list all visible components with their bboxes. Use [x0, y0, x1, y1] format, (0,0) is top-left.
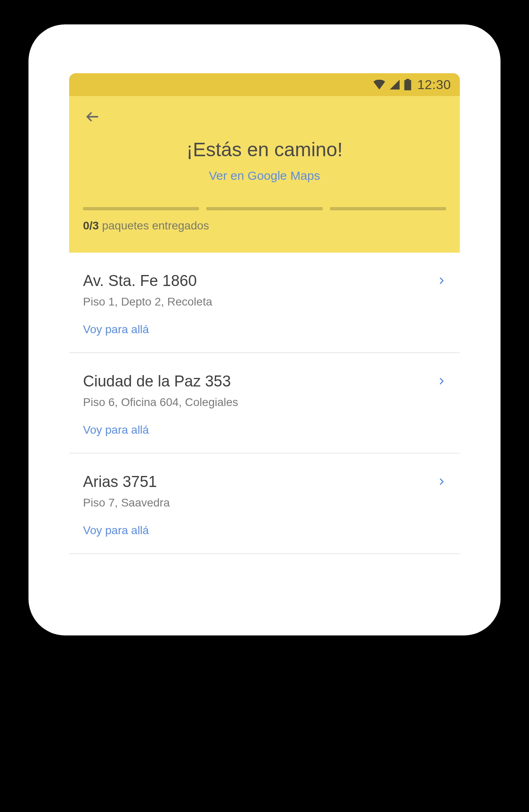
stop-address: Ciudad de la Paz 353 [83, 373, 446, 390]
progress-segment [83, 207, 199, 210]
chevron-right-icon [437, 276, 446, 287]
going-link[interactable]: Voy para allá [83, 423, 149, 437]
battery-icon [404, 79, 411, 90]
stop-detail: Piso 1, Depto 2, Recoleta [83, 295, 446, 308]
progress-segment [206, 207, 322, 210]
stop-item[interactable]: Av. Sta. Fe 1860 Piso 1, Depto 2, Recole… [69, 253, 460, 353]
delivered-counter: 0/3 paquetes entregados [83, 219, 446, 232]
wifi-icon [373, 80, 385, 89]
stop-item[interactable]: Arias 3751 Piso 7, Saavedra Voy para all… [69, 454, 460, 554]
delivered-label: paquetes entregados [102, 219, 209, 232]
back-button[interactable] [83, 107, 102, 126]
delivered-count: 0/3 [83, 219, 99, 232]
page-title: ¡Estás en camino! [83, 138, 446, 161]
device-frame: 12:30 ¡Estás en camino! Ver en Google Ma… [28, 24, 501, 635]
svg-rect-1 [406, 79, 409, 81]
chevron-right-icon [437, 377, 446, 387]
stop-detail: Piso 7, Saavedra [83, 496, 446, 509]
arrow-left-icon [85, 109, 100, 124]
progress-bar [83, 207, 446, 210]
status-bar: 12:30 [69, 73, 460, 96]
hero-header: ¡Estás en camino! Ver en Google Maps 0/3… [69, 96, 460, 253]
stop-address: Arias 3751 [83, 473, 446, 491]
phone-screen: 12:30 ¡Estás en camino! Ver en Google Ma… [69, 73, 460, 554]
stop-detail: Piso 6, Oficina 604, Colegiales [83, 396, 446, 409]
going-link[interactable]: Voy para allá [83, 323, 149, 336]
cellular-icon [389, 80, 400, 89]
stops-list: Av. Sta. Fe 1860 Piso 1, Depto 2, Recole… [69, 253, 460, 554]
stop-address: Av. Sta. Fe 1860 [83, 272, 446, 290]
stop-item[interactable]: Ciudad de la Paz 353 Piso 6, Oficina 604… [69, 353, 460, 454]
chevron-right-icon [437, 477, 446, 488]
svg-rect-0 [404, 80, 411, 90]
clock: 12:30 [417, 77, 451, 92]
going-link[interactable]: Voy para allá [83, 524, 149, 537]
progress-segment [330, 207, 446, 210]
open-maps-link[interactable]: Ver en Google Maps [83, 169, 446, 183]
